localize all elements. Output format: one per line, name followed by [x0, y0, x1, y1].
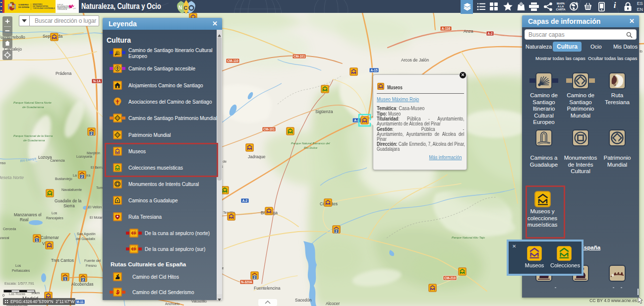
svg-text:Parque Natural Barranco del: Parque Natural Barranco del: [291, 141, 330, 145]
svg-text:nso: nso: [0, 161, 5, 165]
svg-text:Ib: Ib: [640, 50, 643, 53]
svg-text:San Agustín: San Agustín: [77, 232, 96, 236]
svg-text:Sigüenza: Sigüenza: [315, 109, 333, 114]
svg-text:Fresno: Fresno: [86, 264, 97, 267]
svg-text:Valcastillo: Valcastillo: [191, 300, 207, 303]
svg-text:2: 2: [254, 276, 256, 279]
svg-text:Lozoyuela: Lozoyuela: [76, 155, 92, 159]
svg-text:El Vellón: El Vellón: [88, 205, 102, 209]
svg-text:N-1A: N-1A: [93, 79, 101, 83]
svg-text:Fuentelencina: Fuentelencina: [254, 286, 281, 291]
svg-text:Meseta Norte: Meseta Norte: [0, 175, 24, 180]
svg-text:A-116: A-116: [442, 27, 451, 30]
svg-text:N: N: [178, 5, 182, 10]
svg-text:Anza: Anza: [464, 29, 473, 34]
svg-text:1: 1: [64, 277, 66, 281]
svg-text:Anchuelo: Anchuelo: [165, 302, 179, 306]
svg-text:Colmenar: Colmenar: [41, 235, 59, 240]
svg-text:Real: Real: [20, 217, 29, 222]
svg-text:C: C: [184, 5, 188, 11]
svg-text:Manzanares el: Manzanares el: [14, 212, 42, 217]
svg-text:Sacedón: Sacedón: [295, 298, 312, 303]
svg-text:2: 2: [336, 230, 338, 233]
svg-text:CM-101: CM-101: [293, 55, 305, 58]
svg-text:Los: Los: [52, 211, 58, 215]
svg-text:k: k: [135, 246, 136, 248]
svg-text:Cerceda: Cerceda: [3, 227, 16, 231]
svg-text:2: 2: [91, 132, 93, 135]
svg-text:El Molar: El Molar: [90, 216, 103, 219]
svg-text:Alcocer: Alcocer: [326, 301, 340, 306]
svg-text:Canencia: Canencia: [50, 159, 65, 162]
svg-text:Parque Nacional de la Sierra: Parque Nacional de la Sierra: [13, 134, 53, 137]
svg-text:CM-110: CM-110: [227, 59, 238, 62]
svg-text:Fuente del: Fuente del: [84, 259, 101, 262]
svg-text:A-2: A-2: [487, 32, 493, 35]
svg-text:Las Rozas: Las Rozas: [9, 292, 26, 296]
svg-text:Río Dulce: Río Dulce: [304, 146, 318, 149]
svg-text:Arcos de Jalón: Arcos de Jalón: [401, 58, 429, 62]
svg-text:A-15: A-15: [370, 68, 377, 72]
svg-text:Peñascales: Peñascales: [12, 269, 30, 272]
svg-text:1: 1: [36, 239, 38, 242]
svg-text:k: k: [135, 230, 136, 232]
svg-text:Jadraque: Jadraque: [248, 154, 266, 159]
svg-text:de Guadarrama: de Guadarrama: [23, 138, 45, 142]
svg-text:zarzal: zarzal: [0, 236, 9, 240]
svg-text:Alcobendas: Alcobendas: [71, 282, 93, 287]
svg-text:Parque Natural Alto Tajo: Parque Natural Alto Tajo: [452, 236, 485, 239]
svg-text:Los: Los: [15, 264, 21, 267]
svg-text:N-320A: N-320A: [241, 280, 252, 284]
svg-text:prtr: prtr: [73, 7, 76, 9]
svg-text:de Guadarrama: de Guadarrama: [22, 105, 44, 109]
svg-text:Sierra: Sierra: [63, 203, 75, 208]
svg-text:2: 2: [81, 175, 83, 179]
svg-text:del Guadalix: del Guadalix: [76, 237, 95, 241]
svg-text:CM-101: CM-101: [263, 127, 275, 131]
svg-text:A-2: A-2: [242, 199, 248, 202]
svg-text:Prádena: Prádena: [56, 71, 71, 76]
svg-text:Navalafuente: Navalafuente: [61, 188, 82, 191]
svg-text:Tres Cantos: Tres Cantos: [51, 258, 74, 263]
svg-text:CC BY 4.0 www.acne.es: CC BY 4.0 www.acne.es: [589, 298, 637, 303]
svg-text:Bustarviejo: Bustarviejo: [55, 177, 72, 181]
svg-text:0: 0: [2, 293, 4, 298]
svg-text:M-11: M-11: [76, 300, 84, 304]
svg-text:Guadalix de la: Guadalix de la: [55, 198, 82, 203]
svg-text:Escala: 1/577.791: Escala: 1/577.791: [4, 281, 34, 286]
svg-text:Parque Natural Sierra Norte: Parque Natural Sierra Norte: [13, 101, 52, 104]
svg-text:10km: 10km: [31, 291, 40, 295]
svg-text:CM-210: CM-210: [444, 276, 456, 280]
svg-text:Rancajales: Rancajales: [46, 216, 63, 220]
svg-text:2: 2: [82, 278, 84, 282]
